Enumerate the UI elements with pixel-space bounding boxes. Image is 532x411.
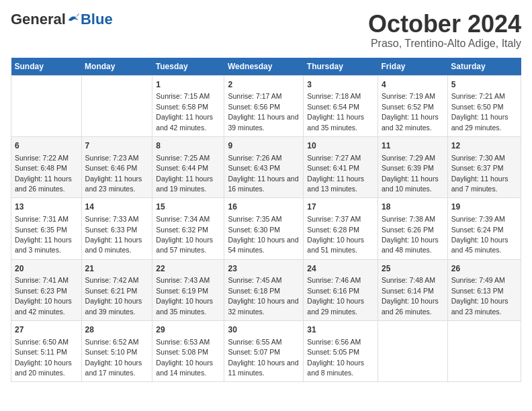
- calendar-cell: 7Sunrise: 7:23 AMSunset: 6:46 PMDaylight…: [81, 136, 152, 197]
- calendar-cell: 1Sunrise: 7:15 AMSunset: 6:58 PMDaylight…: [152, 75, 224, 136]
- column-header-sunday: Sunday: [11, 58, 82, 76]
- calendar-cell: 13Sunrise: 7:31 AMSunset: 6:35 PMDayligh…: [11, 198, 82, 259]
- day-number: 29: [156, 324, 220, 336]
- column-header-monday: Monday: [81, 58, 152, 76]
- day-number: 1: [156, 79, 220, 91]
- day-info: Sunrise: 7:34 AMSunset: 6:32 PMDaylight:…: [156, 215, 213, 254]
- day-number: 17: [307, 201, 374, 213]
- day-info: Sunrise: 7:22 AMSunset: 6:48 PMDaylight:…: [15, 154, 72, 193]
- day-info: Sunrise: 7:41 AMSunset: 6:23 PMDaylight:…: [15, 276, 72, 315]
- calendar-week-1: 1Sunrise: 7:15 AMSunset: 6:58 PMDaylight…: [11, 75, 521, 136]
- day-number: 25: [382, 263, 444, 275]
- day-info: Sunrise: 7:18 AMSunset: 6:54 PMDaylight:…: [307, 92, 364, 131]
- calendar-cell: 30Sunrise: 6:55 AMSunset: 5:07 PMDayligh…: [224, 321, 304, 382]
- column-header-thursday: Thursday: [304, 58, 378, 76]
- calendar-cell: 27Sunrise: 6:50 AMSunset: 5:11 PMDayligh…: [11, 321, 82, 382]
- calendar-subtitle: Praso, Trentino-Alto Adige, Italy: [368, 38, 521, 50]
- logo-general-text: General: [11, 11, 66, 28]
- day-info: Sunrise: 7:38 AMSunset: 6:26 PMDaylight:…: [382, 215, 439, 254]
- calendar-cell: 16Sunrise: 7:35 AMSunset: 6:30 PMDayligh…: [224, 198, 304, 259]
- calendar-cell: 26Sunrise: 7:49 AMSunset: 6:13 PMDayligh…: [447, 259, 521, 320]
- day-info: Sunrise: 7:43 AMSunset: 6:19 PMDaylight:…: [156, 276, 213, 315]
- day-number: 15: [156, 201, 220, 213]
- calendar-cell: 11Sunrise: 7:29 AMSunset: 6:39 PMDayligh…: [378, 136, 448, 197]
- calendar-cell: 3Sunrise: 7:18 AMSunset: 6:54 PMDaylight…: [304, 75, 378, 136]
- calendar-cell: 8Sunrise: 7:25 AMSunset: 6:44 PMDaylight…: [152, 136, 224, 197]
- calendar-cell: 25Sunrise: 7:48 AMSunset: 6:14 PMDayligh…: [378, 259, 448, 320]
- calendar-cell: 12Sunrise: 7:30 AMSunset: 6:37 PMDayligh…: [447, 136, 521, 197]
- calendar-cell: 23Sunrise: 7:45 AMSunset: 6:18 PMDayligh…: [224, 259, 304, 320]
- day-info: Sunrise: 7:25 AMSunset: 6:44 PMDaylight:…: [156, 154, 213, 193]
- calendar-cell: 22Sunrise: 7:43 AMSunset: 6:19 PMDayligh…: [152, 259, 224, 320]
- day-info: Sunrise: 7:26 AMSunset: 6:43 PMDaylight:…: [228, 154, 298, 193]
- title-block: October 2024 Praso, Trentino-Alto Adige,…: [368, 11, 521, 50]
- day-info: Sunrise: 6:52 AMSunset: 5:10 PMDaylight:…: [85, 338, 142, 377]
- day-number: 21: [85, 263, 149, 275]
- calendar-week-5: 27Sunrise: 6:50 AMSunset: 5:11 PMDayligh…: [11, 321, 521, 382]
- day-number: 26: [451, 263, 517, 275]
- day-number: 14: [85, 201, 149, 213]
- day-info: Sunrise: 7:46 AMSunset: 6:16 PMDaylight:…: [307, 276, 364, 315]
- day-number: 2: [228, 79, 300, 91]
- calendar-cell: 15Sunrise: 7:34 AMSunset: 6:32 PMDayligh…: [152, 198, 224, 259]
- day-number: 12: [451, 140, 517, 152]
- calendar-cell: 20Sunrise: 7:41 AMSunset: 6:23 PMDayligh…: [11, 259, 82, 320]
- day-number: 5: [451, 79, 517, 91]
- day-info: Sunrise: 7:27 AMSunset: 6:41 PMDaylight:…: [307, 154, 364, 193]
- day-info: Sunrise: 7:15 AMSunset: 6:58 PMDaylight:…: [156, 92, 213, 131]
- day-info: Sunrise: 7:33 AMSunset: 6:33 PMDaylight:…: [85, 215, 142, 254]
- calendar-cell: 29Sunrise: 6:53 AMSunset: 5:08 PMDayligh…: [152, 321, 224, 382]
- day-number: 22: [156, 263, 220, 275]
- calendar-table: SundayMondayTuesdayWednesdayThursdayFrid…: [11, 58, 521, 383]
- calendar-cell: [11, 75, 82, 136]
- calendar-week-3: 13Sunrise: 7:31 AMSunset: 6:35 PMDayligh…: [11, 198, 521, 259]
- page-header: General Blue October 2024 Praso, Trentin…: [11, 11, 521, 50]
- day-number: 7: [85, 140, 149, 152]
- calendar-week-2: 6Sunrise: 7:22 AMSunset: 6:48 PMDaylight…: [11, 136, 521, 197]
- day-number: 27: [15, 324, 78, 336]
- day-info: Sunrise: 6:53 AMSunset: 5:08 PMDaylight:…: [156, 338, 213, 377]
- calendar-cell: 6Sunrise: 7:22 AMSunset: 6:48 PMDaylight…: [11, 136, 82, 197]
- calendar-cell: [81, 75, 152, 136]
- column-header-saturday: Saturday: [447, 58, 521, 76]
- calendar-cell: 21Sunrise: 7:42 AMSunset: 6:21 PMDayligh…: [81, 259, 152, 320]
- day-info: Sunrise: 7:35 AMSunset: 6:30 PMDaylight:…: [228, 215, 298, 254]
- day-number: 24: [307, 263, 374, 275]
- calendar-cell: [378, 321, 448, 382]
- day-number: 16: [228, 201, 300, 213]
- calendar-cell: 17Sunrise: 7:37 AMSunset: 6:28 PMDayligh…: [304, 198, 378, 259]
- calendar-cell: 2Sunrise: 7:17 AMSunset: 6:56 PMDaylight…: [224, 75, 304, 136]
- calendar-cell: 28Sunrise: 6:52 AMSunset: 5:10 PMDayligh…: [81, 321, 152, 382]
- day-number: 8: [156, 140, 220, 152]
- day-number: 4: [382, 79, 444, 91]
- day-number: 6: [15, 140, 78, 152]
- day-info: Sunrise: 7:31 AMSunset: 6:35 PMDaylight:…: [15, 215, 72, 254]
- calendar-header-row: SundayMondayTuesdayWednesdayThursdayFrid…: [11, 58, 521, 76]
- calendar-cell: 19Sunrise: 7:39 AMSunset: 6:24 PMDayligh…: [447, 198, 521, 259]
- day-number: 11: [382, 140, 444, 152]
- day-number: 9: [228, 140, 300, 152]
- column-header-wednesday: Wednesday: [224, 58, 304, 76]
- calendar-week-4: 20Sunrise: 7:41 AMSunset: 6:23 PMDayligh…: [11, 259, 521, 320]
- day-number: 20: [15, 263, 78, 275]
- day-number: 28: [85, 324, 149, 336]
- calendar-cell: 5Sunrise: 7:21 AMSunset: 6:50 PMDaylight…: [447, 75, 521, 136]
- day-info: Sunrise: 7:37 AMSunset: 6:28 PMDaylight:…: [307, 215, 364, 254]
- day-info: Sunrise: 7:19 AMSunset: 6:52 PMDaylight:…: [382, 92, 439, 131]
- calendar-cell: 9Sunrise: 7:26 AMSunset: 6:43 PMDaylight…: [224, 136, 304, 197]
- day-info: Sunrise: 7:49 AMSunset: 6:13 PMDaylight:…: [451, 276, 508, 315]
- calendar-cell: [447, 321, 521, 382]
- day-info: Sunrise: 6:56 AMSunset: 5:05 PMDaylight:…: [307, 338, 364, 377]
- logo-blue-text: Blue: [81, 11, 113, 28]
- column-header-friday: Friday: [378, 58, 448, 76]
- day-number: 18: [382, 201, 444, 213]
- column-header-tuesday: Tuesday: [152, 58, 224, 76]
- calendar-cell: 14Sunrise: 7:33 AMSunset: 6:33 PMDayligh…: [81, 198, 152, 259]
- day-number: 30: [228, 324, 300, 336]
- calendar-cell: 18Sunrise: 7:38 AMSunset: 6:26 PMDayligh…: [378, 198, 448, 259]
- day-info: Sunrise: 7:42 AMSunset: 6:21 PMDaylight:…: [85, 276, 142, 315]
- day-info: Sunrise: 7:21 AMSunset: 6:50 PMDaylight:…: [451, 92, 508, 131]
- calendar-cell: 24Sunrise: 7:46 AMSunset: 6:16 PMDayligh…: [304, 259, 378, 320]
- logo-bird-icon: [67, 12, 81, 24]
- day-info: Sunrise: 6:55 AMSunset: 5:07 PMDaylight:…: [228, 338, 298, 377]
